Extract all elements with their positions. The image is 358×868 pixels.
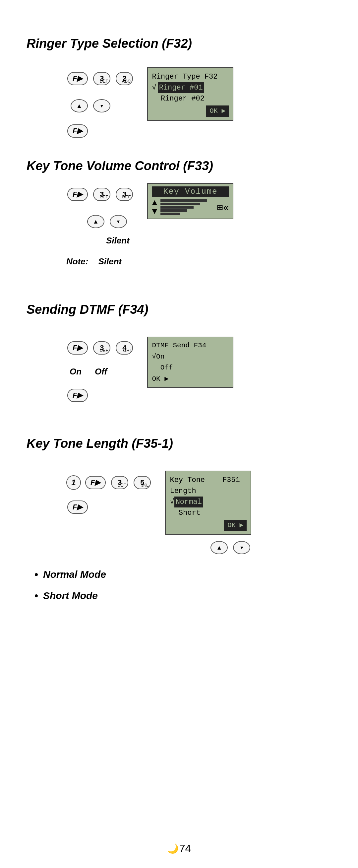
f34-lcd-item1: √On — [152, 351, 229, 363]
f35-btn-f2[interactable]: F▶ — [67, 500, 88, 514]
f33-nav-up[interactable]: ▲ — [87, 215, 104, 228]
f33-silent-label: Silent — [106, 236, 130, 246]
f33-keyboard-icon: ⊞« — [217, 201, 229, 214]
f33-bars — [160, 199, 215, 215]
moon-icon: 🌙 — [167, 843, 179, 854]
f33-btn-3def2[interactable]: 3DEF — [116, 188, 133, 201]
f35-lcd-subtitle: Length — [170, 486, 247, 497]
f33-note-value: Silent — [98, 256, 122, 267]
section-f33-title: Key Tone Volume Control (F33) — [27, 159, 331, 173]
f33-btn-3def1[interactable]: 3DEF — [93, 188, 110, 201]
f33-lcd: Key Volume ▲▼ ⊞« — [147, 183, 233, 219]
f33-btn-f[interactable]: F▶ — [67, 188, 88, 201]
f32-lcd-title: Ringer Type F32 — [152, 71, 229, 82]
f34-btn-3def[interactable]: 3DEF — [93, 341, 110, 354]
f32-nav-down[interactable]: ▼ — [93, 99, 110, 113]
section-f35-title: Key Tone Length (F35-1) — [27, 436, 331, 451]
f32-lcd-ok: OK ▶ — [152, 105, 229, 117]
f32-btn-f2[interactable]: F▶ — [67, 124, 88, 137]
section-f35: Key Tone Length (F35-1) 1 F▶ 3DEF 5JKL — [27, 436, 331, 601]
page-number: 74 — [179, 842, 191, 855]
f35-btn-3def[interactable]: 3DEF — [111, 476, 128, 489]
section-f32: Ringer Type Selection (F32) F▶ 3DEF 2ABC — [27, 36, 331, 142]
f34-off-label: Off — [95, 367, 107, 377]
section-f34-title: Sending DTMF (F34) — [27, 303, 331, 317]
f34-btn-f2[interactable]: F▶ — [67, 389, 88, 402]
f34-btn-f[interactable]: F▶ — [67, 341, 88, 354]
f32-lcd-item2: Ringer #02 — [152, 93, 229, 104]
f35-bullet-normal: Normal Mode — [43, 569, 331, 580]
f32-lcd: Ringer Type F32 √Ringer #01 Ringer #02 O… — [147, 67, 233, 121]
f35-btn-5jkl[interactable]: 5JKL — [134, 476, 151, 489]
f35-lcd-item1: √Normal — [170, 497, 247, 507]
f32-btn-3def[interactable]: 3DEF — [93, 72, 110, 85]
f34-lcd-item2: Off — [152, 362, 229, 373]
f35-nav-down[interactable]: ▼ — [233, 541, 250, 554]
f35-btn-f[interactable]: F▶ — [85, 476, 106, 489]
f35-bullet-list: Normal Mode Short Mode — [43, 569, 331, 601]
f33-note-label: Note: — [66, 256, 88, 267]
section-f32-title: Ringer Type Selection (F32) — [27, 36, 331, 51]
f33-arrows: ▲▼ — [152, 199, 157, 216]
section-f34: Sending DTMF (F34) F▶ 3DEF 4GHI — [27, 303, 331, 407]
f32-lcd-item1: √Ringer #01 — [152, 82, 229, 93]
f35-lcd-ok: OK ▶ — [170, 520, 247, 531]
f35-nav-up[interactable]: ▲ — [210, 541, 228, 554]
f35-lcd-item2: Short — [170, 507, 247, 519]
f33-nav-down[interactable]: ▼ — [110, 215, 127, 228]
f33-lcd-title: Key Volume — [152, 186, 229, 197]
f35-lcd-title: Key Tone F351 — [170, 475, 247, 486]
f32-btn-2abc[interactable]: 2ABC — [116, 72, 133, 85]
f35-num-1: 1 — [66, 475, 81, 490]
f35-lcd: Key Tone F351 Length √Normal Short OK ▶ — [165, 471, 251, 535]
page-footer: 🌙 74 — [167, 842, 191, 855]
f32-btn-f[interactable]: F▶ — [67, 72, 88, 85]
f34-btn-4ghi[interactable]: 4GHI — [116, 341, 133, 354]
f34-lcd-title: DTMF Send F34 — [152, 340, 229, 351]
f34-lcd-ok: OK ▶ — [152, 373, 229, 385]
f35-bullet-short: Short Mode — [43, 590, 331, 601]
f34-on-label: On — [70, 367, 82, 377]
section-f33: Key Tone Volume Control (F33) F▶ 3DEF 3D… — [27, 159, 331, 273]
f32-nav-up[interactable]: ▲ — [71, 99, 88, 113]
f34-lcd: DTMF Send F34 √On Off OK ▶ — [147, 337, 233, 388]
